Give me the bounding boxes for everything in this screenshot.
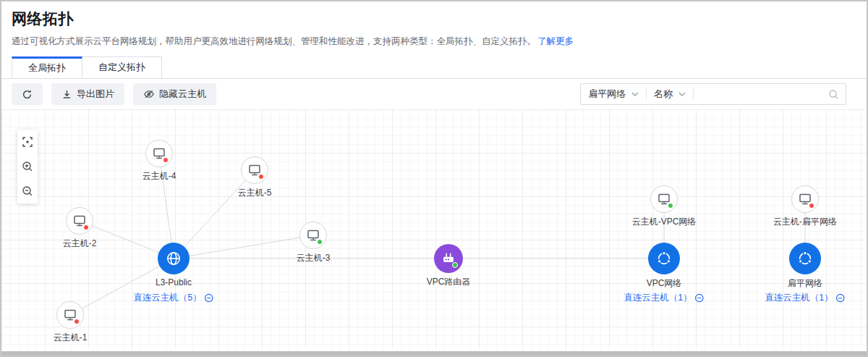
fit-view-icon: [22, 136, 33, 148]
collapse-hosts-label: 直连云主机（5）: [133, 292, 201, 304]
network-type-value: 扁平网络: [588, 88, 626, 101]
node-label: 云主机-VPC网络: [632, 216, 697, 228]
collapse-hosts-label: 直连云主机（1）: [624, 292, 692, 304]
node-circle[interactable]: [299, 222, 327, 249]
network-topology-page: 网络拓扑 通过可视化方式展示云平台网络规划，帮助用户更高效地进行网络规划、管理和…: [0, 0, 868, 357]
node-circle[interactable]: [648, 243, 680, 274]
learn-more-link[interactable]: 了解更多: [537, 36, 574, 46]
node-circle[interactable]: [650, 185, 678, 213]
minus-circle-icon: [695, 293, 705, 303]
zoom-in-icon: [22, 161, 33, 172]
refresh-button[interactable]: [12, 83, 43, 105]
search-input[interactable]: [694, 85, 828, 104]
node-circle[interactable]: [66, 207, 93, 235]
page-title: 网络拓扑: [12, 9, 855, 29]
fit-view-button[interactable]: [21, 135, 34, 148]
minus-circle-icon: [205, 293, 214, 303]
page-description: 通过可视化方式展示云平台网络规划，帮助用户更高效地进行网络规划、管理和性能改进，…: [12, 35, 855, 48]
export-image-label: 导出图片: [77, 88, 114, 101]
node-circle[interactable]: [789, 243, 821, 274]
node-label: 云主机-2: [63, 238, 97, 250]
node-circle[interactable]: [56, 301, 84, 329]
node-circle[interactable]: [434, 244, 463, 273]
node-label: VPC路由器: [427, 276, 471, 288]
zoom-out-icon: [22, 185, 33, 197]
node-circle[interactable]: [158, 243, 190, 274]
status-dot-error: [163, 157, 169, 163]
topology-edge: [174, 235, 313, 259]
canvas-zoom-panel: [17, 130, 38, 203]
zoom-in-button[interactable]: [21, 160, 34, 173]
collapse-hosts-link[interactable]: 直连云主机（5）: [133, 292, 213, 304]
page-header: 网络拓扑 通过可视化方式展示云平台网络规划，帮助用户更高效地进行网络规划、管理和…: [1, 1, 867, 48]
tab-global-topology[interactable]: 全局拓扑: [12, 56, 82, 78]
network-icon: [655, 250, 673, 267]
node-label: 扁平网络: [788, 277, 822, 290]
node-label: L3-Public: [156, 277, 192, 287]
status-dot-error: [74, 319, 80, 324]
topology-edge: [174, 170, 255, 259]
globe-icon: [165, 250, 182, 267]
node-label: 云主机-4: [142, 170, 176, 182]
eye-off-icon: [143, 88, 155, 100]
topology-canvas[interactable]: 云主机-4云主机-5云主机-2云主机-3云主机-1L3-Public直连云主机（…: [1, 109, 867, 349]
node-circle[interactable]: [241, 156, 268, 184]
status-dot-ok: [668, 203, 673, 209]
search-icon: [828, 89, 839, 100]
network-type-select[interactable]: 扁平网络: [581, 88, 646, 101]
topology-edges: [1, 109, 867, 349]
hide-hosts-button[interactable]: 隐藏云主机: [133, 83, 216, 105]
export-image-button[interactable]: 导出图片: [51, 83, 124, 105]
chevron-down-icon: [678, 92, 686, 97]
filter-bar: 扁平网络 名称: [580, 83, 846, 105]
status-dot-error: [809, 203, 814, 209]
refresh-icon: [22, 89, 33, 100]
node-circle[interactable]: [791, 185, 819, 213]
node-label: VPC网络: [647, 277, 682, 290]
status-dot-error: [258, 174, 264, 180]
tab-bar: 全局拓扑 自定义拓扑: [1, 56, 867, 79]
chevron-down-icon: [631, 92, 639, 97]
tab-custom-topology[interactable]: 自定义拓扑: [82, 56, 162, 78]
node-label: 云主机-1: [54, 332, 88, 344]
status-dot-error: [83, 224, 89, 230]
search-field-select[interactable]: 名称: [647, 88, 693, 101]
search-field-value: 名称: [654, 88, 673, 101]
toolbar-left-group: 导出图片 隐藏云主机: [12, 83, 216, 105]
hide-hosts-label: 隐藏云主机: [159, 88, 206, 101]
node-circle[interactable]: [145, 140, 173, 167]
status-dot-ok: [452, 262, 458, 268]
node-label: 云主机-5: [238, 187, 272, 199]
network-icon: [796, 250, 814, 267]
collapse-hosts-label: 直连云主机（1）: [765, 292, 833, 304]
horizontal-scrollbar[interactable]: [1, 351, 867, 356]
node-label: 云主机-3: [297, 252, 331, 264]
download-icon: [61, 89, 72, 100]
zoom-out-button[interactable]: [21, 185, 34, 198]
scrollbar-thumb[interactable]: [1, 351, 867, 356]
collapse-hosts-link[interactable]: 直连云主机（1）: [765, 292, 845, 304]
toolbar: 导出图片 隐藏云主机 扁平网络 名称: [1, 79, 867, 109]
status-dot-ok: [317, 239, 323, 245]
collapse-hosts-link[interactable]: 直连云主机（1）: [624, 292, 704, 304]
minus-circle-icon: [836, 293, 846, 303]
node-label: 云主机-扁平网络: [773, 216, 837, 228]
page-description-text: 通过可视化方式展示云平台网络规划，帮助用户更高效地进行网络规划、管理和性能改进，…: [12, 36, 536, 46]
